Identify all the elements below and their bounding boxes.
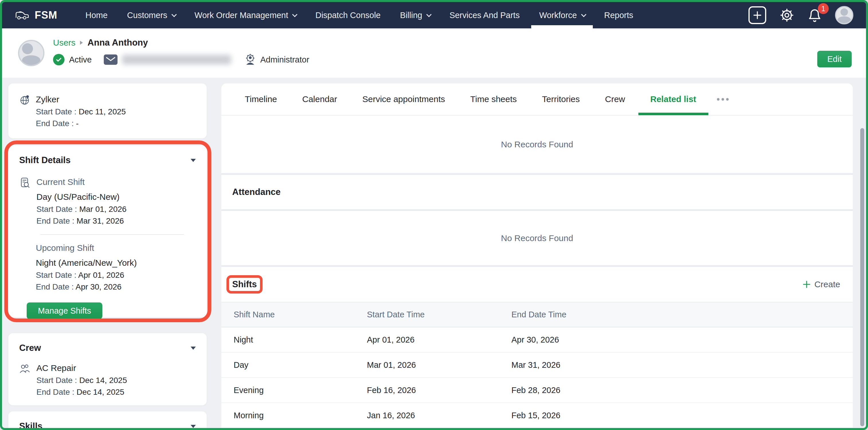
crew-end-date: End Date : Dec 14, 2025 <box>36 386 127 398</box>
user-avatar-menu[interactable] <box>835 6 854 24</box>
gear-icon <box>779 8 794 23</box>
page-title: Anna Anthony <box>87 37 148 48</box>
record-tabs: Timeline Calendar Service appointments T… <box>221 84 853 116</box>
skills-title: Skills <box>19 421 42 430</box>
fsm-logo[interactable]: FSM <box>14 9 57 21</box>
status-badge: Active <box>69 55 92 64</box>
cell-shift-name[interactable]: Day <box>221 352 367 377</box>
user-profile-avatar <box>18 40 44 66</box>
cell-start: Apr 01, 2026 <box>367 327 512 352</box>
current-shift-heading: Current Shift <box>36 176 126 188</box>
no-records-text: No Records Found <box>501 140 573 149</box>
organization-name: Zylker <box>36 93 126 106</box>
nav-workforce[interactable]: Workforce <box>529 2 594 28</box>
current-shift-start: Start Date : Mar 01, 2026 <box>36 203 126 215</box>
tab-service-appointments[interactable]: Service appointments <box>350 83 458 115</box>
settings-button[interactable] <box>779 8 794 23</box>
shift-search-icon <box>19 176 31 227</box>
nav-customers[interactable]: Customers <box>117 2 185 28</box>
table-row[interactable]: Evening Feb 16, 2026 Feb 28, 2026 <box>221 377 853 403</box>
notifications-button[interactable]: 1 <box>807 8 822 23</box>
notification-badge: 1 <box>818 3 829 14</box>
current-shift-end: End Date : Mar 31, 2026 <box>36 215 126 227</box>
divider <box>40 234 184 235</box>
cell-end: Feb 28, 2026 <box>512 377 853 403</box>
collapse-card-icon[interactable] <box>191 346 196 350</box>
brand-name: FSM <box>35 9 57 21</box>
tab-time-sheets[interactable]: Time sheets <box>458 83 529 115</box>
collapse-card-icon[interactable] <box>191 425 196 428</box>
collapse-card-icon[interactable] <box>191 159 196 162</box>
cell-shift-name[interactable]: Night <box>221 327 367 352</box>
upcoming-shift-end: End Date : Apr 30, 2026 <box>36 281 137 293</box>
cell-end: Apr 30, 2026 <box>512 327 853 352</box>
table-row[interactable]: Night Apr 01, 2026 Apr 30, 2026 <box>221 327 853 352</box>
table-row[interactable]: Day Mar 01, 2026 Mar 31, 2026 <box>221 352 853 377</box>
crew-card: Crew AC Repair Start Date : Dec 14, 2025… <box>8 333 207 405</box>
navbar-actions: 1 <box>748 6 854 24</box>
crew-title: Crew <box>19 343 41 353</box>
organization-card: Zylker Start Date : Dec 11, 2025 End Dat… <box>8 84 207 139</box>
vertical-scrollbar[interactable] <box>860 128 864 426</box>
col-shift-name[interactable]: Shift Name <box>221 302 367 327</box>
org-end-date: End Date : - <box>36 118 126 129</box>
nav-home[interactable]: Home <box>76 2 117 28</box>
email-redacted <box>122 55 231 64</box>
email-icon <box>104 55 118 65</box>
shift-details-title: Shift Details <box>19 155 70 165</box>
col-end-date-time[interactable]: End Date Time <box>512 302 853 327</box>
shifts-section-header: Shifts Create <box>221 267 853 302</box>
tab-crew[interactable]: Crew <box>592 83 638 115</box>
table-header-row: Shift Name Start Date Time End Date Time <box>221 302 853 327</box>
active-check-icon <box>53 54 64 65</box>
current-shift-name: Day (US/Pacific-New) <box>36 191 126 203</box>
related-list-panel: Timeline Calendar Service appointments T… <box>221 84 853 430</box>
role-label: Administrator <box>260 55 309 64</box>
nav-work-order-management[interactable]: Work Order Management <box>185 2 306 28</box>
chevron-down-icon <box>292 12 297 17</box>
cell-shift-name[interactable]: Evening <box>221 377 367 403</box>
app-window: FSM Home Customers Work Order Management… <box>0 0 868 430</box>
main-navigation: Home Customers Work Order Management Dis… <box>76 2 643 28</box>
crew-name[interactable]: AC Repair <box>36 362 127 374</box>
upcoming-shift-start: Start Date : Apr 01, 2026 <box>36 269 137 281</box>
quick-create-button[interactable] <box>748 6 766 24</box>
attendance-section-header: Attendance <box>221 175 853 209</box>
nav-dispatch-console[interactable]: Dispatch Console <box>306 2 390 28</box>
upcoming-shift-heading: Upcoming Shift <box>36 242 137 254</box>
shifts-table: Shift Name Start Date Time End Date Time… <box>221 302 853 428</box>
breadcrumb-users-link[interactable]: Users <box>53 38 75 48</box>
col-start-date-time[interactable]: Start Date Time <box>367 302 512 327</box>
chevron-down-icon <box>426 12 431 17</box>
cell-start: Jan 16, 2026 <box>367 403 512 428</box>
cell-end: Feb 15, 2026 <box>512 403 853 428</box>
nav-services-and-parts[interactable]: Services And Parts <box>440 2 529 28</box>
create-label: Create <box>814 279 840 289</box>
chevron-down-icon <box>172 12 177 17</box>
table-row[interactable]: Morning Jan 16, 2026 Feb 15, 2026 <box>221 403 853 428</box>
nav-reports[interactable]: Reports <box>594 2 643 28</box>
plus-icon <box>802 280 811 289</box>
top-navbar: FSM Home Customers Work Order Management… <box>2 2 866 28</box>
more-tabs-button[interactable] <box>717 98 729 101</box>
chevron-down-icon <box>581 12 586 17</box>
globe-icon <box>19 93 31 129</box>
attendance-title: Attendance <box>232 187 281 197</box>
tab-calendar[interactable]: Calendar <box>289 83 350 115</box>
manage-shifts-button[interactable]: Manage Shifts <box>27 302 102 319</box>
crew-start-date: Start Date : Dec 14, 2025 <box>36 374 127 386</box>
related-list-empty-section: No Records Found <box>221 116 853 173</box>
tab-timeline[interactable]: Timeline <box>232 83 289 115</box>
edit-button[interactable]: Edit <box>817 51 852 67</box>
van-icon <box>14 10 30 21</box>
tab-territories[interactable]: Territories <box>529 83 592 115</box>
cell-start: Mar 01, 2026 <box>367 352 512 377</box>
skills-card: Skills <box>8 411 207 430</box>
cell-shift-name[interactable]: Morning <box>221 403 367 428</box>
create-shift-button[interactable]: Create <box>802 279 840 289</box>
admin-profile-icon <box>244 54 256 66</box>
nav-billing[interactable]: Billing <box>391 2 440 28</box>
tab-related-list[interactable]: Related list <box>638 83 709 115</box>
attendance-empty-section: No Records Found <box>221 211 853 265</box>
cell-end: Mar 31, 2026 <box>512 352 853 377</box>
